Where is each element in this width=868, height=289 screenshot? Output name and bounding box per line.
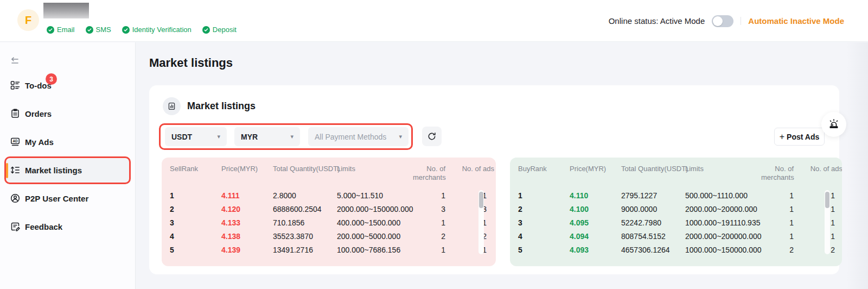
table-row[interactable]: 5 4.139 13491.2716 100.000~7686.156 1 1 [162,243,496,256]
header-rank: BuyRank [518,165,570,173]
cell-qty: 808754.5152 [621,232,685,241]
table-row[interactable]: 3 4.133 710.1856 400.000~1500.000 1 1 [162,216,496,229]
sidebar-collapse-icon[interactable] [9,55,20,66]
market-listings-card: Market listings USDT ▾ MYR ▾ All Payment… [149,85,839,274]
post-ads-button[interactable]: + Post Ads [774,128,825,146]
sidebar-item-market-listings[interactable]: Market listings [0,164,136,177]
crypto-select[interactable]: USDT ▾ [165,127,227,146]
app-root: F Email SMS Identity Verification Deposi… [0,0,868,289]
cell-price: 4.095 [570,218,621,227]
sidebar-item-my-ads[interactable]: AD My Ads [0,135,136,148]
table-row[interactable]: 2 4.100 9000.0000 2000.000~20000.000 1 1 [510,202,842,216]
automatic-inactive-mode-link[interactable]: Automatic Inactive Mode [748,16,844,26]
header-price: Price(MYR) [221,165,273,173]
check-icon [86,26,93,34]
table-row[interactable]: 2 4.120 6888600.2504 2000.000~150000.000… [162,202,496,216]
cell-merchants: 1 [413,191,445,200]
toggle-knob [713,16,723,26]
alarm-fab[interactable] [821,112,846,137]
header-limits: Limits [685,165,761,173]
badge-label: Deposit [213,26,237,34]
buy-table-rows: 1 4.110 2795.1227 500.000~1110.000 1 1 2… [510,189,842,256]
cell-price: 4.111 [221,191,273,200]
chevron-down-icon: ▾ [217,133,220,140]
alarm-siren-icon [827,118,840,131]
sidebar-item-orders[interactable]: Orders [0,107,136,120]
online-status-toggle[interactable] [712,15,733,27]
badge-email: Email [47,26,75,34]
table-row[interactable]: 3 4.095 52242.7980 1000.000~191110.935 1… [510,216,842,229]
sell-table-scrollbar[interactable] [478,190,484,254]
cell-limits: 200.000~5000.000 [337,232,413,241]
cell-limits: 400.000~1500.000 [337,218,413,227]
sell-table: SellRank Price(MYR) Total Quantity(USDT)… [162,158,496,266]
table-row[interactable]: 5 4.093 4657306.1264 1000.000~150000.000… [510,243,842,256]
sidebar-item-feedback[interactable]: Feedback [0,220,136,233]
sell-table-rows: 1 4.111 2.8000 5.000~11.510 1 1 2 4.120 … [162,189,496,256]
header-rank: SellRank [170,165,221,173]
refresh-icon [427,131,437,141]
cell-rank: 1 [170,191,221,200]
cell-merchants: 1 [761,191,794,200]
sidebar-item-todos[interactable]: To-dos [0,79,136,92]
top-header: F Email SMS Identity Verification Deposi… [0,0,868,42]
svg-text:AD: AD [12,139,18,143]
chart-icon [167,102,176,111]
check-icon [122,26,130,34]
fiat-select[interactable]: MYR ▾ [234,127,300,146]
cell-merchants: 2 [413,232,445,241]
cell-qty: 6888600.2504 [273,205,337,213]
badge-deposit: Deposit [202,26,237,34]
cell-limits: 500.000~1110.000 [685,191,761,200]
redacted-username [43,3,89,18]
buy-table-header: BuyRank Price(MYR) Total Quantity(USDT) … [510,165,842,182]
cell-price: 4.138 [221,232,273,241]
cell-rank: 2 [518,205,570,213]
refresh-button[interactable] [422,127,442,146]
cell-ads: 1 [445,218,494,227]
sidebar: To-dos 3 Orders AD My Ads Market listing… [0,42,136,289]
table-row[interactable]: 1 4.111 2.8000 5.000~11.510 1 1 [162,189,496,202]
cell-price: 4.093 [570,246,621,254]
payment-method-select[interactable]: All Payment Methods ▾ [308,127,409,146]
table-row[interactable]: 4 4.094 808754.5152 2000.000~200000.000 … [510,229,842,243]
header-right-cluster: Online status: Active Mode Automatic Ina… [609,0,844,42]
cell-limits: 5.000~11.510 [337,191,413,200]
badge-label: SMS [96,26,111,34]
table-row[interactable]: 4 4.138 35523.3870 200.000~5000.000 2 2 [162,229,496,243]
cell-qty: 2.8000 [273,191,337,200]
page-edge-shadow [846,42,868,289]
scrollbar-thumb[interactable] [825,192,829,208]
cell-merchants: 3 [413,205,445,213]
crypto-select-value: USDT [171,133,192,141]
cell-limits: 100.000~7686.156 [337,246,413,254]
buy-table-scrollbar[interactable] [825,190,830,254]
badge-sms: SMS [86,26,111,34]
sidebar-item-p2p-user-center[interactable]: P2P User Center [0,192,136,205]
payment-select-value: All Payment Methods [315,133,386,141]
sidebar-item-label: P2P User Center [25,194,88,203]
header-ads: No. of ads [445,165,494,173]
sidebar-item-label: Orders [25,109,52,118]
header-limits: Limits [337,165,413,173]
orders-icon [10,108,21,119]
cell-price: 4.100 [570,205,621,213]
header-price: Price(MYR) [570,165,621,173]
cell-rank: 1 [518,191,570,200]
cell-qty: 9000.0000 [621,205,685,213]
cell-ads: 1 [794,232,842,241]
cell-qty: 710.1856 [273,218,337,227]
cell-merchants: 2 [761,246,794,254]
divider [741,17,741,25]
cell-rank: 3 [518,218,570,227]
avatar[interactable]: F [17,9,39,31]
badge-label: Identity Verification [132,26,192,34]
cell-limits: 2000.000~150000.000 [337,205,413,213]
table-row[interactable]: 1 4.110 2795.1227 500.000~1110.000 1 1 [510,189,842,202]
scrollbar-thumb[interactable] [479,192,483,208]
cell-rank: 4 [170,232,221,241]
header-ads: No. of ads [794,165,842,173]
cell-price: 4.094 [570,232,621,241]
cell-price: 4.110 [570,191,621,200]
cell-limits: 1000.000~191110.935 [685,218,761,227]
